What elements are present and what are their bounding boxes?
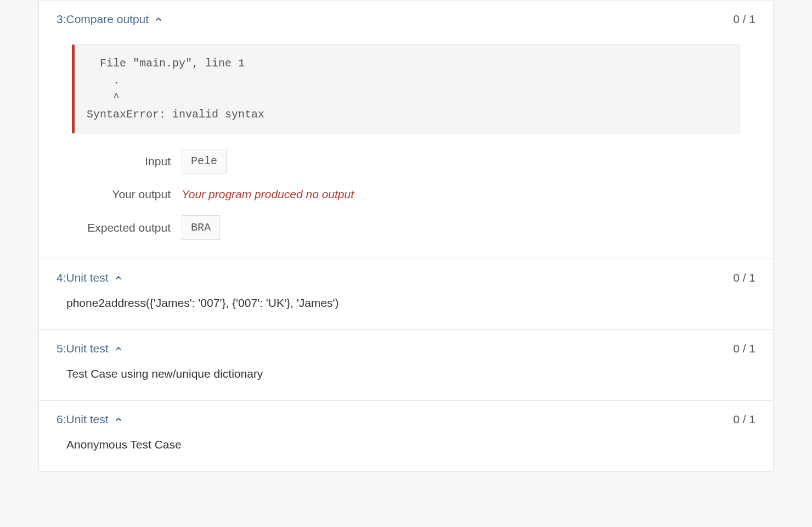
io-rows: Input Pele Your output Your program prod… [39, 149, 773, 259]
section-title: 4:Unit test [57, 271, 109, 284]
section-title-wrap: 5:Unit test [57, 342, 123, 355]
section-score: 0 / 1 [733, 13, 755, 26]
section-header-3[interactable]: 3:Compare output 0 / 1 [39, 1, 773, 38]
section-header-4[interactable]: 4:Unit test 0 / 1 [39, 259, 773, 296]
section-description: phone2address({'James': '007'}, {'007': … [39, 296, 773, 329]
test-section-6: 6:Unit test 0 / 1 Anonymous Test Case [39, 400, 773, 471]
test-section-4: 4:Unit test 0 / 1 phone2address({'James'… [39, 259, 773, 329]
chevron-up-icon [114, 273, 123, 282]
expected-output-row: Expected output BRA [72, 215, 740, 240]
error-output: File "main.py", line 1 . ^ SyntaxError: … [72, 44, 740, 133]
section-title-wrap: 6:Unit test [57, 413, 123, 426]
input-value: Pele [182, 149, 227, 173]
your-output-row: Your output Your program produced no out… [72, 188, 740, 201]
expected-output-value: BRA [182, 215, 220, 240]
test-section-3: 3:Compare output 0 / 1 File "main.py", l… [39, 0, 773, 259]
section-description: Test Case using new/unique dictionary [39, 367, 773, 400]
test-section-5: 5:Unit test 0 / 1 Test Case using new/un… [39, 329, 773, 400]
section-title-wrap: 4:Unit test [57, 271, 123, 284]
input-label: Input [72, 155, 182, 168]
section-score: 0 / 1 [733, 342, 755, 355]
results-panel: 3:Compare output 0 / 1 File "main.py", l… [38, 0, 774, 472]
chevron-up-icon [114, 415, 123, 424]
section-title: 6:Unit test [57, 413, 109, 426]
section-title: 3:Compare output [57, 13, 149, 26]
expected-output-label: Expected output [72, 221, 182, 234]
section-title-wrap: 3:Compare output [57, 13, 163, 26]
section-score: 0 / 1 [733, 413, 755, 426]
section-header-6[interactable]: 6:Unit test 0 / 1 [39, 401, 773, 438]
section-description: Anonymous Test Case [39, 438, 773, 471]
section-title: 5:Unit test [57, 342, 109, 355]
section-score: 0 / 1 [733, 271, 755, 284]
chevron-up-icon [154, 15, 163, 24]
chevron-up-icon [114, 344, 123, 353]
your-output-value: Your program produced no output [182, 188, 354, 201]
input-row: Input Pele [72, 149, 740, 173]
section-header-5[interactable]: 5:Unit test 0 / 1 [39, 330, 773, 367]
your-output-label: Your output [72, 188, 182, 201]
